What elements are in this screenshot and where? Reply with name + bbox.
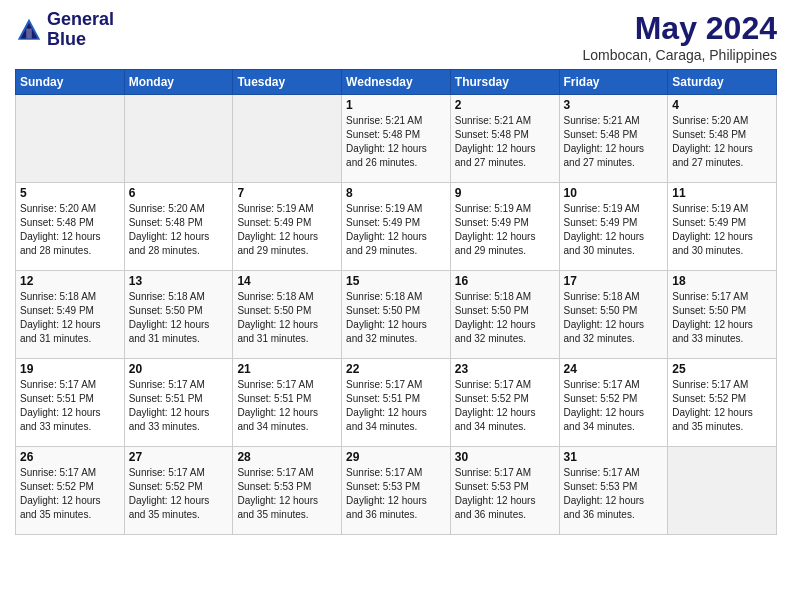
day-number: 22	[346, 362, 446, 376]
day-number: 9	[455, 186, 555, 200]
day-info: Sunrise: 5:17 AMSunset: 5:53 PMDaylight:…	[237, 466, 337, 522]
day-info: Sunrise: 5:17 AMSunset: 5:53 PMDaylight:…	[346, 466, 446, 522]
day-number: 1	[346, 98, 446, 112]
week-row-2: 5Sunrise: 5:20 AMSunset: 5:48 PMDaylight…	[16, 183, 777, 271]
calendar-cell: 11Sunrise: 5:19 AMSunset: 5:49 PMDayligh…	[668, 183, 777, 271]
day-info: Sunrise: 5:19 AMSunset: 5:49 PMDaylight:…	[237, 202, 337, 258]
day-info: Sunrise: 5:21 AMSunset: 5:48 PMDaylight:…	[455, 114, 555, 170]
weekday-header-saturday: Saturday	[668, 70, 777, 95]
day-info: Sunrise: 5:21 AMSunset: 5:48 PMDaylight:…	[346, 114, 446, 170]
day-info: Sunrise: 5:21 AMSunset: 5:48 PMDaylight:…	[564, 114, 664, 170]
day-number: 4	[672, 98, 772, 112]
calendar-cell: 29Sunrise: 5:17 AMSunset: 5:53 PMDayligh…	[342, 447, 451, 535]
day-number: 27	[129, 450, 229, 464]
day-info: Sunrise: 5:17 AMSunset: 5:51 PMDaylight:…	[237, 378, 337, 434]
day-info: Sunrise: 5:18 AMSunset: 5:50 PMDaylight:…	[129, 290, 229, 346]
calendar-cell: 5Sunrise: 5:20 AMSunset: 5:48 PMDaylight…	[16, 183, 125, 271]
calendar-cell: 6Sunrise: 5:20 AMSunset: 5:48 PMDaylight…	[124, 183, 233, 271]
calendar-table: SundayMondayTuesdayWednesdayThursdayFrid…	[15, 69, 777, 535]
calendar-cell	[233, 95, 342, 183]
day-info: Sunrise: 5:17 AMSunset: 5:53 PMDaylight:…	[564, 466, 664, 522]
calendar-cell: 20Sunrise: 5:17 AMSunset: 5:51 PMDayligh…	[124, 359, 233, 447]
week-row-5: 26Sunrise: 5:17 AMSunset: 5:52 PMDayligh…	[16, 447, 777, 535]
weekday-header-friday: Friday	[559, 70, 668, 95]
calendar-cell: 15Sunrise: 5:18 AMSunset: 5:50 PMDayligh…	[342, 271, 451, 359]
day-number: 7	[237, 186, 337, 200]
day-number: 16	[455, 274, 555, 288]
calendar-cell: 8Sunrise: 5:19 AMSunset: 5:49 PMDaylight…	[342, 183, 451, 271]
calendar-cell: 1Sunrise: 5:21 AMSunset: 5:48 PMDaylight…	[342, 95, 451, 183]
day-info: Sunrise: 5:17 AMSunset: 5:52 PMDaylight:…	[129, 466, 229, 522]
logo-line1: General	[47, 10, 114, 30]
calendar-cell: 17Sunrise: 5:18 AMSunset: 5:50 PMDayligh…	[559, 271, 668, 359]
calendar-cell: 26Sunrise: 5:17 AMSunset: 5:52 PMDayligh…	[16, 447, 125, 535]
day-info: Sunrise: 5:20 AMSunset: 5:48 PMDaylight:…	[672, 114, 772, 170]
calendar-cell: 24Sunrise: 5:17 AMSunset: 5:52 PMDayligh…	[559, 359, 668, 447]
day-number: 24	[564, 362, 664, 376]
calendar-cell: 19Sunrise: 5:17 AMSunset: 5:51 PMDayligh…	[16, 359, 125, 447]
day-number: 28	[237, 450, 337, 464]
calendar-cell: 9Sunrise: 5:19 AMSunset: 5:49 PMDaylight…	[450, 183, 559, 271]
weekday-header-sunday: Sunday	[16, 70, 125, 95]
day-number: 17	[564, 274, 664, 288]
weekday-header-row: SundayMondayTuesdayWednesdayThursdayFrid…	[16, 70, 777, 95]
day-number: 18	[672, 274, 772, 288]
calendar-cell: 4Sunrise: 5:20 AMSunset: 5:48 PMDaylight…	[668, 95, 777, 183]
calendar-cell: 23Sunrise: 5:17 AMSunset: 5:52 PMDayligh…	[450, 359, 559, 447]
day-info: Sunrise: 5:17 AMSunset: 5:52 PMDaylight:…	[455, 378, 555, 434]
day-info: Sunrise: 5:17 AMSunset: 5:51 PMDaylight:…	[20, 378, 120, 434]
calendar-cell: 25Sunrise: 5:17 AMSunset: 5:52 PMDayligh…	[668, 359, 777, 447]
day-number: 19	[20, 362, 120, 376]
day-number: 11	[672, 186, 772, 200]
day-info: Sunrise: 5:20 AMSunset: 5:48 PMDaylight:…	[20, 202, 120, 258]
day-info: Sunrise: 5:18 AMSunset: 5:50 PMDaylight:…	[564, 290, 664, 346]
day-info: Sunrise: 5:17 AMSunset: 5:52 PMDaylight:…	[20, 466, 120, 522]
weekday-header-thursday: Thursday	[450, 70, 559, 95]
calendar-cell	[668, 447, 777, 535]
day-number: 29	[346, 450, 446, 464]
day-info: Sunrise: 5:20 AMSunset: 5:48 PMDaylight:…	[129, 202, 229, 258]
title-block: May 2024 Lombocan, Caraga, Philippines	[582, 10, 777, 63]
day-info: Sunrise: 5:17 AMSunset: 5:52 PMDaylight:…	[564, 378, 664, 434]
day-number: 23	[455, 362, 555, 376]
calendar-cell	[16, 95, 125, 183]
day-info: Sunrise: 5:18 AMSunset: 5:50 PMDaylight:…	[346, 290, 446, 346]
day-number: 15	[346, 274, 446, 288]
day-number: 26	[20, 450, 120, 464]
day-number: 31	[564, 450, 664, 464]
week-row-3: 12Sunrise: 5:18 AMSunset: 5:49 PMDayligh…	[16, 271, 777, 359]
day-number: 30	[455, 450, 555, 464]
weekday-header-monday: Monday	[124, 70, 233, 95]
day-info: Sunrise: 5:18 AMSunset: 5:49 PMDaylight:…	[20, 290, 120, 346]
calendar-cell: 18Sunrise: 5:17 AMSunset: 5:50 PMDayligh…	[668, 271, 777, 359]
day-info: Sunrise: 5:19 AMSunset: 5:49 PMDaylight:…	[455, 202, 555, 258]
weekday-header-tuesday: Tuesday	[233, 70, 342, 95]
day-number: 6	[129, 186, 229, 200]
logo-icon	[15, 16, 43, 44]
week-row-4: 19Sunrise: 5:17 AMSunset: 5:51 PMDayligh…	[16, 359, 777, 447]
calendar-cell: 3Sunrise: 5:21 AMSunset: 5:48 PMDaylight…	[559, 95, 668, 183]
day-info: Sunrise: 5:17 AMSunset: 5:51 PMDaylight:…	[129, 378, 229, 434]
logo-text: General Blue	[47, 10, 114, 50]
svg-rect-2	[26, 28, 32, 38]
location: Lombocan, Caraga, Philippines	[582, 47, 777, 63]
calendar-cell: 7Sunrise: 5:19 AMSunset: 5:49 PMDaylight…	[233, 183, 342, 271]
day-number: 25	[672, 362, 772, 376]
day-info: Sunrise: 5:19 AMSunset: 5:49 PMDaylight:…	[564, 202, 664, 258]
day-number: 21	[237, 362, 337, 376]
calendar-cell: 28Sunrise: 5:17 AMSunset: 5:53 PMDayligh…	[233, 447, 342, 535]
day-info: Sunrise: 5:18 AMSunset: 5:50 PMDaylight:…	[455, 290, 555, 346]
page-header: General Blue May 2024 Lombocan, Caraga, …	[15, 10, 777, 63]
day-info: Sunrise: 5:17 AMSunset: 5:52 PMDaylight:…	[672, 378, 772, 434]
day-number: 3	[564, 98, 664, 112]
calendar-cell: 2Sunrise: 5:21 AMSunset: 5:48 PMDaylight…	[450, 95, 559, 183]
day-number: 12	[20, 274, 120, 288]
day-number: 8	[346, 186, 446, 200]
calendar-cell: 22Sunrise: 5:17 AMSunset: 5:51 PMDayligh…	[342, 359, 451, 447]
day-number: 5	[20, 186, 120, 200]
day-number: 2	[455, 98, 555, 112]
calendar-cell: 21Sunrise: 5:17 AMSunset: 5:51 PMDayligh…	[233, 359, 342, 447]
day-number: 10	[564, 186, 664, 200]
week-row-1: 1Sunrise: 5:21 AMSunset: 5:48 PMDaylight…	[16, 95, 777, 183]
weekday-header-wednesday: Wednesday	[342, 70, 451, 95]
